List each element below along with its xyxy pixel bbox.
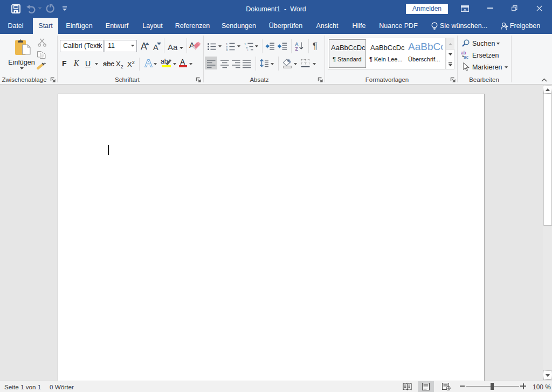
svg-text:3: 3 — [226, 48, 228, 52]
svg-text:ac: ac — [464, 54, 469, 59]
svg-text:i: i — [247, 48, 248, 52]
svg-text:Z: Z — [295, 46, 298, 51]
